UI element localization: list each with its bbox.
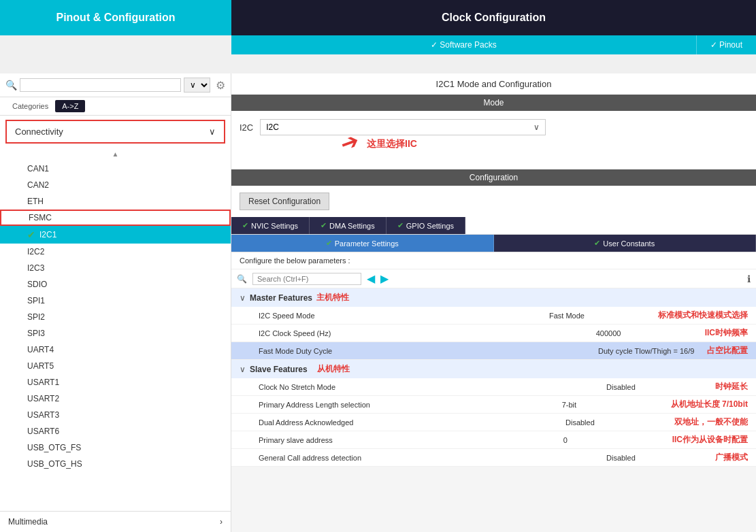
mode-area: I2C I2C ∨ ➔ 这里选择IIC [231, 111, 756, 169]
slave-collapse-icon: ∨ [240, 365, 246, 374]
master-features-header: ∨ Master Features 主机特性 [231, 288, 756, 307]
tab-az[interactable]: A->Z [55, 100, 85, 112]
nav-item-usb-otg-hs[interactable]: USB_OTG_HS [0, 456, 231, 472]
multimedia-section[interactable]: Multimedia › [0, 511, 231, 532]
tab-nvic-settings[interactable]: ✔ NVIC Settings [231, 217, 310, 234]
arrow-annotation: ➔ 这里选择IIC [340, 138, 417, 153]
nvic-check-icon: ✔ [242, 221, 248, 230]
feature-row-i2c-clock-speed: I2C Clock Speed (Hz) 400000 IIC时钟频率 [231, 325, 756, 342]
tab-bar: Categories A->Z [0, 97, 231, 116]
arrow-annotation-text: 这里选择IIC [367, 138, 417, 150]
pinout-config-title: Pinout & Configuration [0, 0, 231, 35]
nav-item-eth[interactable]: ETH [0, 193, 231, 210]
search-icon: 🔍 [5, 80, 17, 90]
feature-row-fast-mode-duty: Fast Mode Duty Cycle Duty cycle Tlow/Thi… [231, 342, 756, 360]
nav-list: ▲ CAN1 CAN2 ETH FSMC ✔ I2C1 I2C2 I2C3 SD… [0, 148, 231, 511]
feature-row-i2c-speed-mode: I2C Speed Mode Fast Mode 标准模式和快速模式选择 [231, 307, 756, 325]
nav-item-i2c3[interactable]: I2C3 [0, 260, 231, 276]
master-annotation: 主机特性 [316, 292, 349, 303]
nav-item-fsmc[interactable]: FSMC [0, 210, 231, 226]
nav-up-indicator: ▲ [0, 148, 231, 161]
settings-tabs-row1: ✔ NVIC Settings ✔ DMA Settings ✔ GPIO Se… [231, 217, 756, 235]
master-features-label: Master Features [250, 293, 312, 303]
nav-item-usart2[interactable]: USART2 [0, 390, 231, 407]
pinout-tab[interactable]: ✓ Pinout [696, 35, 756, 54]
config-section-header: Configuration [231, 169, 756, 186]
search-input[interactable] [20, 78, 181, 92]
params-configure-header: Configure the below parameters : [231, 252, 756, 269]
connectivity-category[interactable]: Connectivity ∨ [5, 120, 225, 144]
clock-config-title: Clock Configuration [231, 0, 756, 35]
pinout-title-text: Pinout & Configuration [56, 12, 175, 24]
nav-item-usart3[interactable]: USART3 [0, 407, 231, 423]
tab-parameter-settings[interactable]: ✔ Parameter Settings [231, 235, 494, 252]
sub-header: ✓ Software Packs ✓ Pinout [231, 35, 756, 54]
feature-row-general-call: General Call address detection Disabled … [231, 449, 756, 467]
category-arrow-icon: ∨ [209, 127, 216, 137]
i2c-select[interactable]: I2C ∨ [260, 119, 546, 135]
slave-features-header: ∨ Slave Features 从机特性 [231, 360, 756, 378]
master-collapse-icon: ∨ [240, 293, 246, 303]
nav-item-usb-otg-fs[interactable]: USB_OTG_FS [0, 439, 231, 456]
nav-item-i2c1[interactable]: ✔ I2C1 [0, 226, 231, 244]
feature-row-clock-stretch: Clock No Stretch Mode Disabled 时钟延长 [231, 378, 756, 396]
settings-tabs-row2: ✔ Parameter Settings ✔ User Constants [231, 235, 756, 252]
search-bar: 🔍 ∨ ⚙ [0, 73, 231, 97]
i2c-mode-title: I2C1 Mode and Configuration [231, 73, 756, 95]
dma-check-icon: ✔ [321, 221, 327, 230]
params-prev-icon[interactable]: ◀ [367, 272, 375, 285]
config-section: Configuration Reset Configuration ✔ NVIC… [231, 169, 756, 467]
params-search-input[interactable] [252, 273, 361, 285]
slave-annotation: 从机特性 [317, 363, 350, 375]
gear-icon[interactable]: ⚙ [216, 79, 225, 92]
i2c-mode-row: I2C I2C ∨ [240, 119, 748, 135]
tab-gpio-settings[interactable]: ✔ GPIO Settings [387, 217, 465, 234]
category-name: Connectivity [15, 127, 63, 137]
mode-section-header: Mode [231, 95, 756, 111]
nav-item-can1[interactable]: CAN1 [0, 161, 231, 177]
reset-configuration-button[interactable]: Reset Configuration [240, 193, 329, 210]
main-content: I2C1 Mode and Configuration Mode I2C I2C… [231, 73, 756, 532]
nav-item-spi2[interactable]: SPI2 [0, 309, 231, 325]
nav-item-spi1[interactable]: SPI1 [0, 293, 231, 309]
nav-item-uart4[interactable]: UART4 [0, 342, 231, 358]
multimedia-arrow-icon: › [220, 517, 223, 527]
clock-title-text: Clock Configuration [442, 12, 546, 24]
slave-features-section: ∨ Slave Features 从机特性 Clock No Stretch M… [231, 360, 756, 467]
tab-user-constants[interactable]: ✔ User Constants [494, 235, 757, 252]
nav-item-usart6[interactable]: USART6 [0, 423, 231, 439]
software-packs-tab[interactable]: ✓ Software Packs [231, 35, 696, 54]
nav-item-uart5[interactable]: UART5 [0, 358, 231, 374]
master-features-section: ∨ Master Features 主机特性 I2C Speed Mode Fa… [231, 288, 756, 360]
feature-row-primary-addr-len: Primary Address Length selection 7-bit 从… [231, 396, 756, 414]
info-icon: ℹ [747, 273, 751, 284]
feature-row-dual-addr: Dual Address Acknowledged Disabled 双地址，一… [231, 414, 756, 431]
user-check-icon: ✔ [594, 239, 600, 248]
search-dropdown[interactable]: ∨ [184, 78, 210, 93]
tab-categories[interactable]: Categories [5, 100, 55, 112]
feature-row-primary-slave-addr: Primary slave address 0 IIC作为从设备时配置 [231, 431, 756, 449]
nav-item-usart1[interactable]: USART1 [0, 374, 231, 390]
sidebar: 🔍 ∨ ⚙ Categories A->Z Connectivity ∨ ▲ C… [0, 73, 231, 532]
gpio-check-icon: ✔ [397, 221, 404, 230]
param-check-icon: ✔ [326, 239, 332, 248]
dropdown-arrow-icon: ∨ [533, 122, 540, 132]
nav-item-can2[interactable]: CAN2 [0, 177, 231, 193]
nav-item-i2c2[interactable]: I2C2 [0, 244, 231, 260]
nav-item-spi3[interactable]: SPI3 [0, 325, 231, 342]
params-search-bar: 🔍 ◀ ▶ ℹ [231, 269, 756, 288]
slave-features-label: Slave Features [250, 365, 308, 374]
tab-dma-settings[interactable]: ✔ DMA Settings [310, 217, 387, 234]
i2c1-check-icon: ✔ [27, 229, 35, 240]
nav-item-sdio[interactable]: SDIO [0, 276, 231, 293]
params-next-icon[interactable]: ▶ [380, 272, 389, 285]
i2c-field-label: I2C [240, 122, 253, 133]
multimedia-label: Multimedia [8, 517, 48, 527]
params-search-icon: 🔍 [237, 274, 247, 284]
